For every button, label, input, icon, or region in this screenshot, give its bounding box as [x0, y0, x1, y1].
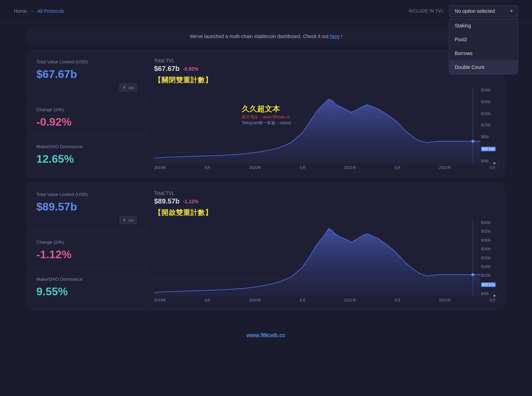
x-label-bottom-2019: 2019年 — [154, 298, 166, 303]
chart-svg-bottom: $360b $320b $280b $240b $200b $160b $120… — [154, 220, 496, 296]
dropdown-item-pool2[interactable]: Pool2 — [449, 33, 518, 46]
chart-value-row-bottom: $89.57b -1.12% — [154, 197, 496, 205]
tvl-value-top: $67.67b — [36, 68, 137, 81]
chart-annotation-top: 【關閉雙重計數】 — [154, 75, 496, 85]
y-label-280: $280b — [481, 238, 496, 242]
x-label-bottom-2020: 2020年 — [249, 298, 261, 303]
dominance-card-bottom: MakerDAO Dominance 9.55% — [28, 268, 145, 305]
x-label-2022: 2022年 — [439, 165, 451, 170]
chart-play-button-bottom[interactable]: ▶ — [490, 290, 500, 300]
breadcrumb-current[interactable]: All Protocols — [37, 8, 64, 14]
csv-label-bottom: .csv — [127, 218, 134, 222]
x-label-6m-3: 6月 — [395, 165, 401, 170]
chart-title-bottom: Total TVL — [154, 190, 496, 196]
dropdown-arrow-icon: ▼ — [509, 9, 514, 14]
chart-value-row-top: $67.67b -0.92% — [154, 65, 496, 73]
tvl-label-top: Total Value Locked (USD) — [36, 59, 137, 64]
x-label-bottom-6m-1: 6月 — [205, 298, 211, 303]
x-label-6m-2: 6月 — [300, 165, 305, 170]
chart-panel-bottom: Total TVL $89.57b -1.12% 【開啟雙重計數】 — [146, 183, 504, 310]
chart-play-button-top[interactable]: ▶ — [490, 158, 500, 168]
main-content: Total Value Locked (USD) $67.67b ⬇ .csv … — [0, 51, 532, 330]
tvl-card-bottom: Total Value Locked (USD) $89.57b ⬇ .csv — [28, 183, 145, 231]
y-label-240b: $240b — [481, 247, 496, 251]
tvl-dropdown-menu: Staking Pool2 Borrows Double Count — [449, 18, 518, 74]
dominance-label-bottom: MakerDAO Dominance — [36, 277, 137, 282]
svg-point-16 — [471, 273, 475, 276]
banner-link[interactable]: here — [330, 34, 339, 39]
dropdown-selected-value: No option selected — [455, 8, 495, 14]
header-right: INCLUDE IN TVL: No option selected ▼ Sta… — [409, 5, 518, 17]
dropdown-item-staking[interactable]: Staking — [449, 19, 518, 33]
chart-change-bottom: -1.12% — [183, 199, 198, 204]
include-in-tvl-label: INCLUDE IN TVL: — [409, 9, 445, 14]
dominance-value-top: 12.65% — [36, 153, 137, 165]
tvl-dropdown-trigger[interactable]: No option selected ▼ — [449, 5, 518, 17]
announcement-banner: We've launched a multi-chain stablecoin … — [28, 28, 504, 45]
change-card-top: Change (24h) -0.92% — [28, 99, 145, 136]
chart-main-value-bottom: $89.57b — [154, 197, 179, 205]
banner-text: We've launched a multi-chain stablecoin … — [190, 34, 330, 39]
chart-svg-top: $240b $200b $160b $120b $80b $58.54b $40… — [154, 88, 496, 164]
chart-main-value-top: $67.67b — [154, 65, 179, 73]
stats-panel-top: Total Value Locked (USD) $67.67b ⬇ .csv … — [28, 51, 146, 177]
stats-panel-bottom: Total Value Locked (USD) $89.57b ⬇ .csv … — [28, 183, 146, 310]
y-label-current-bottom: $89.57b — [481, 282, 496, 287]
y-label-200: $200b — [481, 100, 496, 104]
dropdown-item-double-count[interactable]: Double Count — [449, 60, 518, 74]
chart-annotation-bottom: 【開啟雙重計數】 — [154, 208, 496, 217]
chart-title-top: Total TVL — [154, 58, 496, 63]
csv-label-top: .csv — [127, 86, 134, 90]
change-card-bottom: Change (24h) -1.12% — [28, 231, 145, 268]
csv-download-bottom[interactable]: ⬇ .csv — [119, 216, 137, 224]
x-label-2021: 2021年 — [344, 165, 356, 170]
dashboard-row-top: Total Value Locked (USD) $67.67b ⬇ .csv … — [28, 51, 504, 178]
download-icon: ⬇ — [123, 85, 126, 90]
header: Home → All Protocols INCLUDE IN TVL: No … — [0, 0, 532, 22]
y-label-320: $320b — [481, 230, 496, 233]
y-label-240: $240b — [481, 88, 496, 92]
dropdown-item-borrows[interactable]: Borrows — [449, 46, 518, 60]
change-label-top: Change (24h) — [36, 107, 137, 112]
dominance-value-bottom: 9.55% — [36, 285, 137, 298]
x-label-2019: 2019年 — [154, 165, 166, 170]
tvl-dropdown-container: No option selected ▼ Staking Pool2 Borro… — [449, 5, 518, 17]
y-label-160: $160b — [481, 112, 496, 116]
y-label-current-top: $58.54b — [481, 147, 496, 151]
x-label-6m-1: 6月 — [205, 165, 211, 170]
tvl-value-bottom: $89.57b — [36, 200, 137, 213]
csv-download-top[interactable]: ⬇ .csv — [119, 83, 137, 91]
y-label-120: $120b — [481, 123, 496, 127]
breadcrumb-home[interactable]: Home — [14, 8, 27, 14]
svg-point-7 — [471, 140, 475, 143]
x-axis-labels-top: 2019年 6月 2020年 6月 2021年 6月 2022年 6月 — [154, 164, 496, 170]
x-label-bottom-6m-3: 6月 — [395, 298, 401, 303]
change-value-top: -0.92% — [36, 116, 137, 128]
change-value-bottom: -1.12% — [36, 248, 137, 261]
y-label-160b: $160b — [481, 265, 496, 269]
y-label-200b: $200b — [481, 256, 496, 260]
chart-change-top: -0.92% — [183, 66, 198, 72]
y-label-120b: $120b — [481, 273, 496, 277]
change-label-bottom: Change (24h) — [36, 240, 137, 245]
x-label-bottom-2022: 2022年 — [439, 298, 451, 303]
footer-url: www.99cwb.cc — [247, 332, 285, 338]
dashboard-row-bottom: Total Value Locked (USD) $89.57b ⬇ .csv … — [28, 183, 504, 310]
banner-exclamation: ! — [341, 34, 342, 39]
breadcrumb: Home → All Protocols — [14, 8, 64, 14]
dominance-card-top: MakerDAO Dominance 12.65% — [28, 136, 145, 172]
x-label-2020: 2020年 — [249, 165, 261, 170]
footer-watermark: www.99cwb.cc — [0, 330, 532, 341]
x-label-bottom-2021: 2021年 — [344, 298, 356, 303]
breadcrumb-arrow: → — [29, 8, 34, 14]
x-axis-labels-bottom: 2019年 6月 2020年 6月 2021年 6月 2022年 6月 — [154, 296, 496, 303]
y-label-360: $360b — [481, 221, 496, 225]
x-label-bottom-6m-2: 6月 — [300, 298, 305, 303]
tvl-label-bottom: Total Value Locked (USD) — [36, 192, 137, 197]
tvl-card-top: Total Value Locked (USD) $67.67b ⬇ .csv — [28, 51, 145, 99]
y-label-80: $80b — [481, 135, 496, 139]
download-icon-bottom: ⬇ — [123, 218, 126, 222]
dominance-label-top: MakerDAO Dominance — [36, 144, 137, 149]
